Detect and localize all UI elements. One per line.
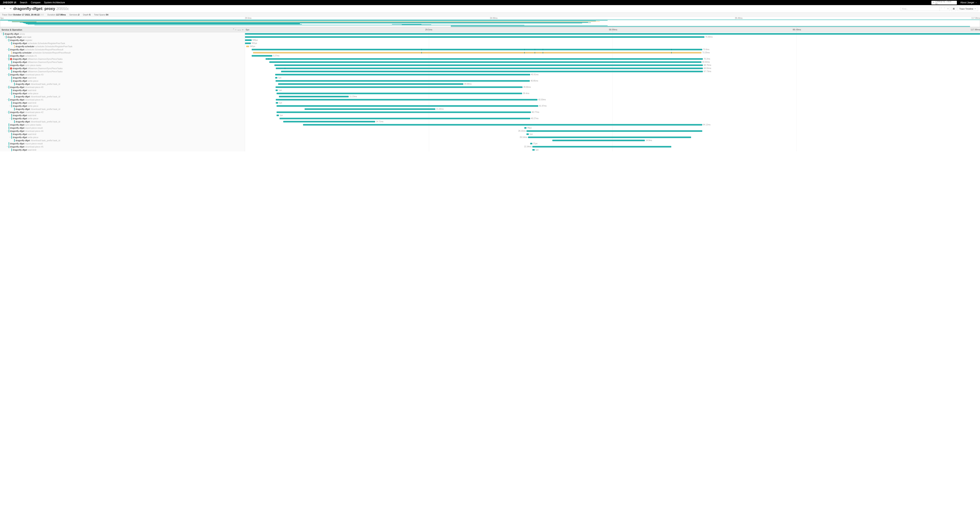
timeline-row[interactable]: 73.6ms bbox=[245, 48, 980, 51]
span-tree-row[interactable]: dragonfly-dfgetwrite-piece bbox=[0, 79, 245, 82]
timeline-row[interactable]: 21µs bbox=[245, 142, 980, 145]
span-tree-row[interactable]: dragonfly-dfgetwrite-piece bbox=[0, 136, 245, 139]
timeline-row[interactable]: 11.23ms bbox=[245, 95, 980, 98]
span-bar[interactable] bbox=[552, 140, 645, 141]
collapse-all-button[interactable]: ˅ bbox=[233, 29, 234, 31]
trace-lookup-input[interactable]: Lookup by Trace ID... bbox=[931, 1, 957, 5]
caret-icon[interactable] bbox=[9, 117, 11, 120]
caret-icon[interactable] bbox=[3, 36, 5, 38]
timeline-row[interactable]: 67.73ms bbox=[245, 70, 980, 73]
span-tree-row[interactable]: dragonfly-schedulerscheduler.Scheduler/R… bbox=[0, 45, 245, 48]
span-bar[interactable] bbox=[527, 133, 528, 135]
timeline-row[interactable]: 1µs bbox=[245, 114, 980, 117]
span-bar[interactable] bbox=[276, 68, 703, 69]
timeline-row[interactable]: 14.9ms bbox=[245, 139, 980, 142]
span-tree-row[interactable]: dragonfly-dfgetdownload-piece-#2 bbox=[0, 111, 245, 114]
view-selector[interactable]: Trace Timeline bbox=[958, 7, 978, 11]
caret-icon[interactable] bbox=[6, 98, 8, 101]
span-tree-row[interactable]: dragonfly-dfgetwait-limit bbox=[0, 89, 245, 92]
span-bar[interactable] bbox=[277, 111, 531, 113]
span-tree-row[interactable]: dragonfly-dfgetsync-piece-tasks bbox=[0, 123, 245, 126]
find-input[interactable]: Find... bbox=[900, 7, 940, 11]
timeline-row[interactable]: 70.2ms bbox=[245, 57, 980, 60]
span-tree-row[interactable]: dragonfly-dfgetwait-limit bbox=[0, 133, 245, 136]
timeline-row[interactable]: 40.85ms bbox=[245, 79, 980, 82]
timeline-row[interactable]: 21.04ms bbox=[245, 108, 980, 111]
caret-icon[interactable] bbox=[9, 136, 11, 139]
timeline-row[interactable]: 22.34ms bbox=[245, 145, 980, 148]
timeline-row[interactable]: 3.27ms bbox=[245, 54, 980, 57]
timeline-row[interactable]: 41.97ms bbox=[245, 105, 980, 108]
span-bar[interactable] bbox=[276, 102, 278, 104]
span-bar[interactable] bbox=[245, 40, 252, 41]
timeline-row[interactable]: 99µs bbox=[245, 126, 980, 130]
span-bar[interactable] bbox=[283, 121, 375, 122]
span-bar[interactable] bbox=[277, 93, 522, 94]
span-bar[interactable] bbox=[274, 65, 703, 66]
find-next-button[interactable]: ˅ bbox=[943, 8, 946, 10]
minimap[interactable]: 0µs29.5ms58.99ms88.49ms117.98ms bbox=[0, 17, 980, 27]
span-bar[interactable] bbox=[275, 86, 523, 88]
span-bar[interactable] bbox=[245, 33, 980, 35]
span-bar[interactable] bbox=[524, 127, 527, 129]
span-tree-row[interactable]: dragonfly-dfgetscheduler.Scheduler/Regis… bbox=[0, 42, 245, 45]
span-bar[interactable] bbox=[275, 74, 530, 75]
span-bar[interactable] bbox=[278, 83, 463, 85]
timeline-row[interactable]: 1µs bbox=[245, 101, 980, 105]
caret-icon[interactable] bbox=[9, 80, 11, 82]
timeline[interactable]: 74.89ms949µs932µs342µs73.6ms73.25ms3.27m… bbox=[245, 32, 980, 151]
timeline-row[interactable]: 932µs bbox=[245, 42, 980, 45]
span-tree-row[interactable]: dragonfly-dfgetwait-limit bbox=[0, 114, 245, 117]
nav-compare[interactable]: Compare bbox=[31, 1, 40, 4]
span-bar[interactable] bbox=[269, 61, 702, 63]
timeline-row[interactable]: 40.77ms bbox=[245, 111, 980, 114]
collapse-trace-button[interactable] bbox=[8, 7, 13, 11]
span-bar[interactable] bbox=[275, 89, 278, 91]
timeline-row[interactable]: 1µs bbox=[245, 76, 980, 79]
timeline-row[interactable]: 1µs bbox=[245, 148, 980, 151]
timeline-row[interactable]: 14.71ms bbox=[245, 120, 980, 123]
nav-system-architecture[interactable]: System Architecture bbox=[44, 1, 65, 4]
expand-one-button[interactable]: ›› bbox=[242, 29, 243, 31]
timeline-row[interactable]: 39.66ms bbox=[245, 86, 980, 89]
span-bar[interactable] bbox=[246, 46, 249, 47]
span-tree-row[interactable]: !dragonfly-dfgetdfdaemon.Daemon/SyncPiec… bbox=[0, 67, 245, 70]
span-bar[interactable] bbox=[280, 118, 530, 119]
span-bar[interactable] bbox=[281, 71, 703, 72]
expand-all-button[interactable]: › bbox=[235, 29, 236, 31]
span-tree-row[interactable]: dragonfly-dfgetreport-piece-result bbox=[0, 142, 245, 145]
span-tree-row[interactable]: dragonfly-dfgetdfdaemon.Daemon/SyncPiece… bbox=[0, 70, 245, 73]
span-tree-row[interactable]: dragonfly-dfget/download/:task_prefix/:t… bbox=[0, 139, 245, 142]
timeline-row[interactable]: 73.25ms bbox=[245, 51, 980, 54]
span-bar[interactable] bbox=[266, 58, 703, 60]
span-tree-row[interactable]: dragonfly-dfgetsync-piece-tasks bbox=[0, 63, 245, 67]
span-bar[interactable] bbox=[253, 52, 702, 54]
caret-icon[interactable] bbox=[6, 58, 8, 60]
span-bar[interactable] bbox=[532, 149, 535, 151]
span-bar[interactable] bbox=[275, 80, 530, 82]
span-tree-row[interactable]: dragonfly-dfgetwait-limit bbox=[0, 101, 245, 105]
span-tree-row[interactable]: !dragonfly-dfgetdfdaemon.Daemon/SyncPiec… bbox=[0, 57, 245, 60]
timeline-row[interactable]: 40.27ms bbox=[245, 117, 980, 120]
caret-icon[interactable] bbox=[6, 73, 8, 76]
span-bar[interactable] bbox=[252, 49, 702, 50]
span-tree-row[interactable]: dragonfly-dfgetdownload-piece-#1 bbox=[0, 98, 245, 101]
span-tree-row[interactable]: dragonfly-dfgetdownload-piece-#3 bbox=[0, 73, 245, 76]
span-tree-row[interactable]: dragonfly-dfgetdfdaemon.Daemon/SyncPiece… bbox=[0, 60, 245, 63]
timeline-row[interactable]: 28.15ms bbox=[245, 130, 980, 133]
caret-icon[interactable] bbox=[6, 111, 8, 114]
span-bar[interactable] bbox=[245, 43, 251, 44]
span-tree-row[interactable]: dragonfly-dfgetwrite-piece bbox=[0, 117, 245, 120]
span-bar[interactable] bbox=[532, 146, 671, 148]
timeline-row[interactable]: 68.76ms bbox=[245, 63, 980, 67]
timeline-row[interactable]: 26.14ms bbox=[245, 136, 980, 139]
span-tree-row[interactable]: dragonfly-dfgetdownload-piece-#5 bbox=[0, 145, 245, 148]
find-prev-button[interactable]: ˄ bbox=[940, 8, 943, 10]
span-bar[interactable] bbox=[527, 130, 702, 132]
span-tree-row[interactable]: dragonfly-dfgetdownload-piece-#4 bbox=[0, 130, 245, 133]
timeline-row[interactable]: 40.91ms bbox=[245, 73, 980, 76]
timeline-row[interactable]: 39.4ms bbox=[245, 92, 980, 95]
span-tree-row[interactable]: dragonfly-dfget/download/:task_prefix/:t… bbox=[0, 120, 245, 123]
timeline-row[interactable] bbox=[245, 32, 980, 35]
about-menu[interactable]: About Jaeger bbox=[960, 1, 977, 4]
